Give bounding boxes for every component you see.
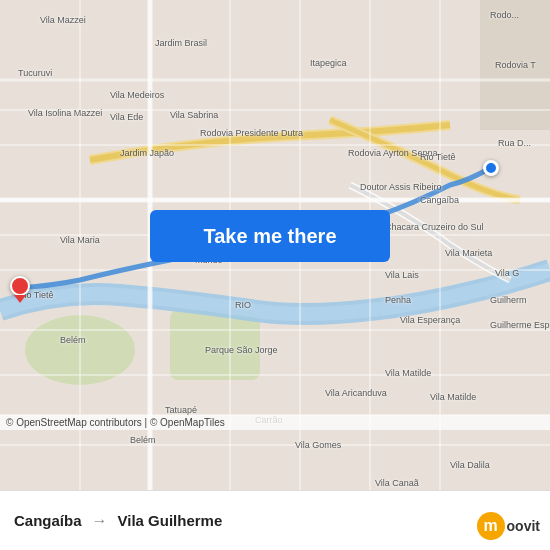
moovit-m-icon: m [477, 512, 505, 540]
route-arrow-icon: → [92, 512, 108, 530]
take-me-there-button[interactable]: Take me there [150, 210, 390, 262]
moovit-text: oovit [507, 518, 540, 534]
attribution-bar: © OpenStreetMap contributors | © OpenMap… [0, 415, 550, 430]
bottom-bar: Cangaíba → Vila Guilherme m oovit [0, 490, 550, 550]
moovit-logo: m oovit [477, 512, 540, 540]
map-container: Vila MazzeiJardim BrasilItapegicaTucuruv… [0, 0, 550, 490]
destination-pin [483, 160, 499, 176]
destination-label: Vila Guilherme [118, 512, 223, 529]
origin-pin [10, 276, 30, 302]
attribution-text: © OpenStreetMap contributors | © OpenMap… [6, 417, 225, 428]
origin-label: Cangaíba [14, 512, 82, 529]
